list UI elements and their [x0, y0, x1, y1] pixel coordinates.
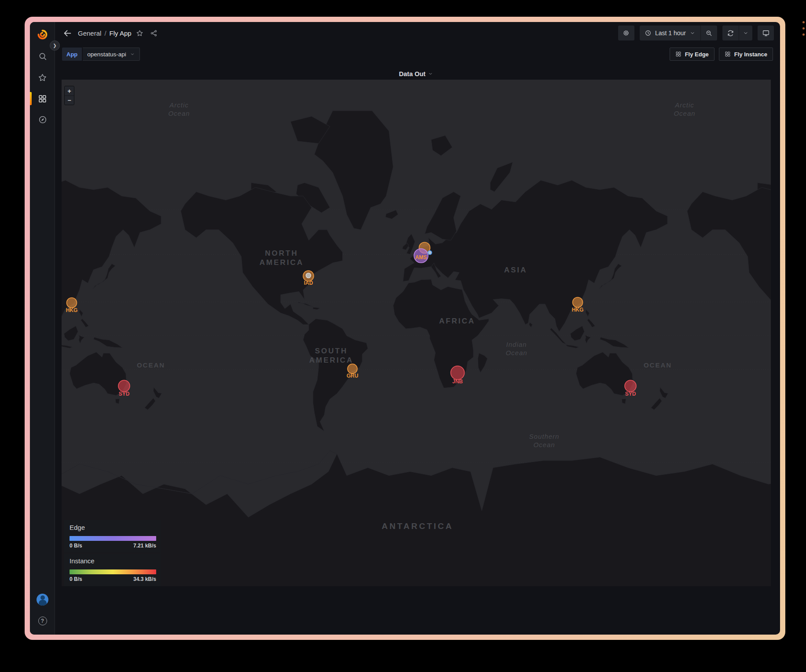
- map-marker-label-hkg: HKG: [572, 307, 584, 313]
- map-marker-jnb[interactable]: [451, 366, 465, 380]
- world-map-svg: AMSIADHKGHKGGRUJNBSYDSYD: [62, 80, 771, 586]
- starred-icon[interactable]: [30, 71, 55, 84]
- map-marker-label-jnb: JNB: [452, 378, 463, 385]
- app-variable: App openstatus-api: [62, 48, 140, 61]
- landmass: [529, 323, 533, 327]
- fly-instance-link[interactable]: Fly Instance: [719, 48, 773, 61]
- refresh-group: [722, 26, 752, 40]
- explore-compass-icon[interactable]: [30, 113, 55, 126]
- legend-edge-title: Edge: [70, 524, 156, 531]
- landmass: [478, 353, 487, 372]
- legend-edge-gradient: [70, 536, 156, 541]
- fly-edge-link[interactable]: Fly Edge: [670, 48, 714, 61]
- map-zoom-in-button[interactable]: +: [65, 86, 74, 95]
- search-icon[interactable]: [30, 50, 55, 63]
- window-frame: ? ❯ General / Fly App Last 1 hour: [25, 17, 785, 640]
- map-marker-label-syd-west: SYD: [119, 391, 130, 397]
- legend-edge: Edge 0 B/s 7.21 kB/s: [64, 520, 161, 553]
- landmass: [145, 398, 156, 410]
- landmass: [79, 309, 83, 317]
- map-marker-label-syd: SYD: [625, 391, 636, 397]
- map-marker-gru[interactable]: [348, 364, 357, 374]
- landmass: [154, 387, 162, 398]
- legend-instance-gradient: [70, 569, 156, 574]
- landmass: [490, 162, 513, 192]
- refresh-interval-dropdown[interactable]: [739, 26, 752, 40]
- landmass: [660, 387, 668, 398]
- breadcrumb: General / Fly App: [78, 29, 132, 37]
- landmass: [576, 352, 633, 396]
- landmass: [79, 335, 84, 343]
- geomap-panel: Data Out AMSIADHKGHKGGRUJNBSYDSYD + − Ed…: [62, 68, 771, 586]
- variables-row: App openstatus-api Fly Edge Fly Instance: [55, 44, 780, 64]
- apps-grid-icon: [675, 51, 681, 57]
- panel-header[interactable]: Data Out: [62, 68, 771, 80]
- landmass: [622, 399, 626, 404]
- map-marker-syd-west[interactable]: [118, 380, 130, 392]
- star-dashboard-button[interactable]: [134, 27, 146, 39]
- breadcrumb-section[interactable]: General: [78, 29, 101, 37]
- legend-edge-max: 7.21 kB/s: [133, 543, 156, 549]
- landmass: [587, 319, 595, 327]
- landmass: [385, 210, 398, 219]
- map-marker-iad-dot[interactable]: [306, 273, 311, 278]
- landmass: [62, 451, 771, 586]
- chevron-down-icon: [130, 51, 135, 57]
- chevron-down-icon: [689, 30, 696, 36]
- dashboards-icon[interactable]: [30, 92, 55, 105]
- map-marker-hkg[interactable]: [573, 297, 583, 308]
- time-range-label: Last 1 hour: [655, 29, 686, 37]
- fly-edge-label: Fly Edge: [685, 51, 709, 58]
- grafana-logo[interactable]: [30, 28, 55, 41]
- grafana-window: ? ❯ General / Fly App Last 1 hour: [30, 22, 780, 635]
- profile-avatar[interactable]: [30, 593, 55, 606]
- legend-instance-max: 34.3 kB/s: [133, 576, 156, 582]
- breadcrumb-separator: /: [104, 29, 106, 37]
- header-toolbar: Last 1 hour: [618, 26, 774, 40]
- refresh-button[interactable]: [722, 26, 739, 40]
- chevron-down-icon: [743, 30, 749, 36]
- apps-grid-icon: [725, 51, 731, 57]
- map-legend: Edge 0 B/s 7.21 kB/s Instance 0 B/s 34.3…: [64, 520, 161, 586]
- map-zoom-out-button[interactable]: −: [65, 95, 74, 105]
- app-variable-dropdown[interactable]: openstatus-api: [83, 48, 140, 61]
- help-icon[interactable]: ?: [30, 614, 55, 628]
- map-marker-label-gru: GRU: [347, 373, 359, 379]
- panel-title: Data Out: [399, 70, 425, 77]
- map-marker-hkg-west[interactable]: [67, 298, 77, 308]
- landmass: [313, 307, 320, 309]
- map-marker-ams-dot[interactable]: [428, 251, 432, 255]
- chevron-down-icon: [428, 71, 433, 77]
- dashboard-settings-button[interactable]: [618, 26, 634, 40]
- landmass: [586, 309, 590, 317]
- map-zoom-control: + −: [64, 86, 74, 105]
- landmass: [651, 398, 662, 410]
- world-map[interactable]: AMSIADHKGHKGGRUJNBSYDSYD + − Edge 0 B/s …: [62, 80, 771, 586]
- share-dashboard-button[interactable]: [148, 27, 160, 39]
- map-marker-syd[interactable]: [625, 380, 636, 392]
- time-range-picker[interactable]: Last 1 hour: [640, 26, 700, 40]
- app-variable-value: openstatus-api: [87, 51, 126, 58]
- landmass: [402, 243, 408, 250]
- time-range-group: Last 1 hour: [640, 26, 717, 40]
- sidebar-expand-button[interactable]: ❯: [50, 40, 60, 51]
- dashboard-links: Fly Edge Fly Instance: [670, 48, 773, 61]
- map-marker-label-hkg-west: HKG: [66, 307, 78, 313]
- dashboard-header: General / Fly App Last 1 hour: [55, 22, 780, 44]
- legend-instance-title: Instance: [70, 557, 156, 565]
- fly-instance-label: Fly Instance: [734, 51, 767, 58]
- landmass: [62, 345, 73, 348]
- map-marker-label-ams: AMS: [415, 254, 427, 261]
- landmass: [565, 345, 579, 348]
- landmass: [425, 192, 461, 240]
- back-arrow-button[interactable]: [61, 27, 73, 39]
- landmass: [64, 326, 78, 341]
- clock-icon: [645, 29, 652, 37]
- landmass: [81, 319, 89, 327]
- screen-edge-dots: [802, 21, 805, 40]
- landmass: [70, 352, 126, 396]
- landmass: [94, 337, 123, 348]
- tv-mode-button[interactable]: [758, 26, 774, 40]
- legend-edge-min: 0 B/s: [70, 543, 82, 549]
- zoom-out-time-button[interactable]: [700, 26, 717, 40]
